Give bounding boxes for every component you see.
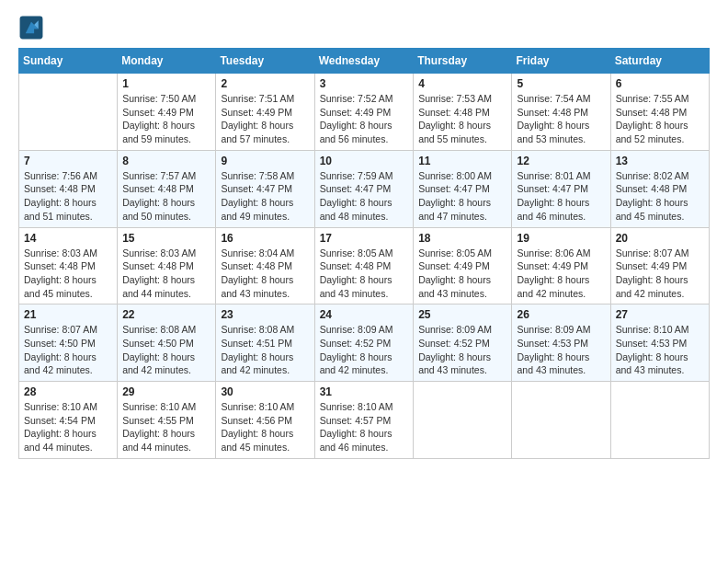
calendar-cell: 27Sunrise: 8:10 AMSunset: 4:53 PMDayligh… [610, 304, 709, 382]
calendar-cell [19, 74, 118, 151]
calendar-cell: 6Sunrise: 7:55 AMSunset: 4:48 PMDaylight… [610, 74, 709, 151]
day-info: Sunrise: 8:09 AMSunset: 4:52 PMDaylight:… [418, 323, 506, 377]
day-info: Sunrise: 8:09 AMSunset: 4:53 PMDaylight:… [517, 323, 605, 377]
day-info: Sunrise: 7:54 AMSunset: 4:48 PMDaylight:… [517, 92, 605, 146]
calendar-cell [414, 382, 512, 459]
col-header-sunday: Sunday [19, 49, 118, 74]
day-number: 5 [517, 77, 605, 90]
calendar-cell: 9Sunrise: 7:58 AMSunset: 4:47 PMDaylight… [216, 150, 314, 227]
day-info: Sunrise: 8:07 AMSunset: 4:50 PMDaylight:… [24, 323, 112, 377]
calendar-week-4: 21Sunrise: 8:07 AMSunset: 4:50 PMDayligh… [19, 304, 710, 382]
day-number: 24 [320, 308, 409, 321]
day-info: Sunrise: 8:10 AMSunset: 4:53 PMDaylight:… [616, 323, 704, 377]
calendar-cell: 28Sunrise: 8:10 AMSunset: 4:54 PMDayligh… [19, 382, 118, 459]
calendar-cell: 31Sunrise: 8:10 AMSunset: 4:57 PMDayligh… [314, 382, 414, 459]
day-info: Sunrise: 8:01 AMSunset: 4:47 PMDaylight:… [517, 169, 605, 224]
day-number: 20 [616, 232, 704, 245]
calendar-cell: 17Sunrise: 8:05 AMSunset: 4:48 PMDayligh… [314, 227, 414, 304]
day-info: Sunrise: 8:04 AMSunset: 4:48 PMDaylight:… [221, 247, 309, 301]
day-number: 31 [320, 385, 409, 398]
calendar-cell: 22Sunrise: 8:08 AMSunset: 4:50 PMDayligh… [118, 304, 216, 382]
calendar-cell: 1Sunrise: 7:50 AMSunset: 4:49 PMDaylight… [118, 74, 216, 151]
calendar-cell: 29Sunrise: 8:10 AMSunset: 4:55 PMDayligh… [118, 382, 216, 459]
calendar-cell: 3Sunrise: 7:52 AMSunset: 4:49 PMDaylight… [314, 74, 414, 151]
day-info: Sunrise: 7:56 AMSunset: 4:48 PMDaylight:… [24, 169, 112, 224]
calendar-cell: 30Sunrise: 8:10 AMSunset: 4:56 PMDayligh… [216, 382, 314, 459]
calendar-cell: 16Sunrise: 8:04 AMSunset: 4:48 PMDayligh… [216, 227, 314, 304]
calendar-cell: 12Sunrise: 8:01 AMSunset: 4:47 PMDayligh… [512, 150, 610, 227]
calendar-week-1: 1Sunrise: 7:50 AMSunset: 4:49 PMDaylight… [19, 74, 710, 151]
calendar-cell: 13Sunrise: 8:02 AMSunset: 4:48 PMDayligh… [610, 150, 709, 227]
calendar-cell: 11Sunrise: 8:00 AMSunset: 4:47 PMDayligh… [414, 150, 512, 227]
day-info: Sunrise: 8:02 AMSunset: 4:48 PMDaylight:… [616, 169, 704, 224]
day-info: Sunrise: 7:52 AMSunset: 4:49 PMDaylight:… [320, 92, 409, 146]
calendar-cell: 19Sunrise: 8:06 AMSunset: 4:49 PMDayligh… [512, 227, 610, 304]
day-number: 27 [616, 308, 704, 321]
day-number: 1 [122, 77, 210, 90]
col-header-monday: Monday [118, 49, 216, 74]
day-number: 9 [221, 155, 309, 167]
day-number: 15 [122, 232, 210, 245]
day-number: 30 [221, 385, 309, 398]
calendar-cell: 14Sunrise: 8:03 AMSunset: 4:48 PMDayligh… [19, 227, 118, 304]
day-info: Sunrise: 7:57 AMSunset: 4:48 PMDaylight:… [122, 169, 210, 224]
day-number: 6 [616, 77, 704, 90]
day-number: 4 [418, 77, 506, 90]
col-header-tuesday: Tuesday [216, 49, 314, 74]
day-number: 29 [122, 385, 210, 398]
calendar-cell: 8Sunrise: 7:57 AMSunset: 4:48 PMDaylight… [118, 150, 216, 227]
day-number: 21 [24, 308, 112, 321]
calendar-cell: 20Sunrise: 8:07 AMSunset: 4:49 PMDayligh… [610, 227, 709, 304]
day-info: Sunrise: 8:10 AMSunset: 4:56 PMDaylight:… [221, 400, 309, 454]
day-number: 22 [122, 308, 210, 321]
day-number: 23 [221, 308, 309, 321]
calendar-cell: 23Sunrise: 8:08 AMSunset: 4:51 PMDayligh… [216, 304, 314, 382]
col-header-thursday: Thursday [414, 49, 512, 74]
col-header-saturday: Saturday [610, 49, 709, 74]
day-info: Sunrise: 8:08 AMSunset: 4:51 PMDaylight:… [221, 323, 309, 377]
day-number: 8 [122, 155, 210, 167]
calendar-week-5: 28Sunrise: 8:10 AMSunset: 4:54 PMDayligh… [19, 382, 710, 459]
day-number: 14 [24, 232, 112, 245]
calendar-cell: 4Sunrise: 7:53 AMSunset: 4:48 PMDaylight… [414, 74, 512, 151]
logo [18, 15, 48, 40]
day-info: Sunrise: 8:00 AMSunset: 4:47 PMDaylight:… [418, 169, 506, 224]
col-header-friday: Friday [512, 49, 610, 74]
day-info: Sunrise: 8:07 AMSunset: 4:49 PMDaylight:… [616, 247, 704, 301]
day-info: Sunrise: 8:05 AMSunset: 4:49 PMDaylight:… [418, 247, 506, 301]
calendar-cell [512, 382, 610, 459]
calendar-cell: 18Sunrise: 8:05 AMSunset: 4:49 PMDayligh… [414, 227, 512, 304]
calendar-cell: 26Sunrise: 8:09 AMSunset: 4:53 PMDayligh… [512, 304, 610, 382]
day-info: Sunrise: 7:51 AMSunset: 4:49 PMDaylight:… [221, 92, 309, 146]
day-info: Sunrise: 8:06 AMSunset: 4:49 PMDaylight:… [517, 247, 605, 301]
day-number: 25 [418, 308, 506, 321]
day-info: Sunrise: 7:59 AMSunset: 4:47 PMDaylight:… [320, 169, 409, 224]
calendar-week-2: 7Sunrise: 7:56 AMSunset: 4:48 PMDaylight… [19, 150, 710, 227]
day-info: Sunrise: 8:10 AMSunset: 4:57 PMDaylight:… [320, 400, 409, 454]
day-number: 3 [320, 77, 409, 90]
col-header-wednesday: Wednesday [314, 49, 414, 74]
calendar-cell: 25Sunrise: 8:09 AMSunset: 4:52 PMDayligh… [414, 304, 512, 382]
day-info: Sunrise: 7:53 AMSunset: 4:48 PMDaylight:… [418, 92, 506, 146]
day-number: 26 [517, 308, 605, 321]
calendar-cell: 7Sunrise: 7:56 AMSunset: 4:48 PMDaylight… [19, 150, 118, 227]
day-info: Sunrise: 8:03 AMSunset: 4:48 PMDaylight:… [24, 247, 112, 301]
day-number: 17 [320, 232, 409, 245]
day-info: Sunrise: 7:58 AMSunset: 4:47 PMDaylight:… [221, 169, 309, 224]
day-number: 12 [517, 155, 605, 167]
calendar-week-3: 14Sunrise: 8:03 AMSunset: 4:48 PMDayligh… [19, 227, 710, 304]
day-info: Sunrise: 8:09 AMSunset: 4:52 PMDaylight:… [320, 323, 409, 377]
day-number: 18 [418, 232, 506, 245]
day-number: 13 [616, 155, 704, 167]
day-number: 28 [24, 385, 112, 398]
calendar-cell: 10Sunrise: 7:59 AMSunset: 4:47 PMDayligh… [314, 150, 414, 227]
calendar-cell: 5Sunrise: 7:54 AMSunset: 4:48 PMDaylight… [512, 74, 610, 151]
calendar-header-row: SundayMondayTuesdayWednesdayThursdayFrid… [19, 49, 710, 74]
day-info: Sunrise: 8:10 AMSunset: 4:55 PMDaylight:… [122, 400, 210, 454]
day-number: 7 [24, 155, 112, 167]
calendar-cell [610, 382, 709, 459]
day-info: Sunrise: 7:50 AMSunset: 4:49 PMDaylight:… [122, 92, 210, 146]
logo-icon [18, 15, 44, 40]
calendar-cell: 21Sunrise: 8:07 AMSunset: 4:50 PMDayligh… [19, 304, 118, 382]
day-info: Sunrise: 8:05 AMSunset: 4:48 PMDaylight:… [320, 247, 409, 301]
